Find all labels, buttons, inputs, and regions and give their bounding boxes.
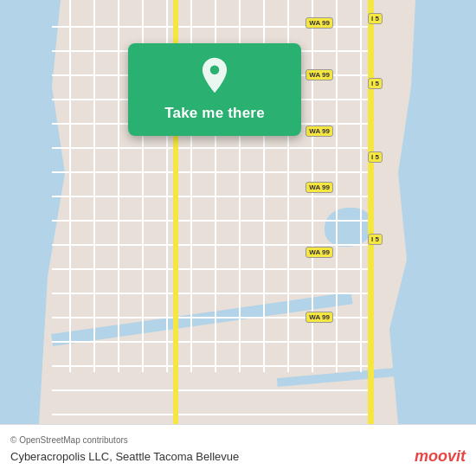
highway-badge: I 5 xyxy=(368,151,383,163)
highway-badge: WA 99 xyxy=(306,247,333,258)
footer: © OpenStreetMap contributors Cyberacropo… xyxy=(0,424,476,476)
location-pin-icon xyxy=(196,56,234,94)
highway-badge: WA 99 xyxy=(306,182,333,193)
highway-badge: I 5 xyxy=(368,234,383,245)
highway-badge: WA 99 xyxy=(306,17,333,29)
company-info-row: Cyberacropolis LLC, Seattle Tacoma Belle… xyxy=(10,447,466,466)
map-container: WA 99WA 99WA 99WA 99WA 99WA 99I 5I 5I 5I… xyxy=(0,0,476,424)
highway-badge: I 5 xyxy=(368,78,383,89)
highway-badge: I 5 xyxy=(368,13,383,24)
map-attribution: © OpenStreetMap contributors xyxy=(10,435,466,445)
moovit-logo-text: moovit xyxy=(415,447,466,466)
svg-point-0 xyxy=(210,66,220,75)
moovit-logo: moovit xyxy=(415,447,466,466)
company-name: Cyberacropolis LLC, Seattle Tacoma Belle… xyxy=(10,450,239,463)
take-me-there-button[interactable]: Take me there xyxy=(158,101,272,125)
highway-badge: WA 99 xyxy=(306,69,333,80)
highway-badge: WA 99 xyxy=(306,125,333,137)
highway-badge: WA 99 xyxy=(306,312,333,323)
location-card: Take me there xyxy=(128,43,301,136)
